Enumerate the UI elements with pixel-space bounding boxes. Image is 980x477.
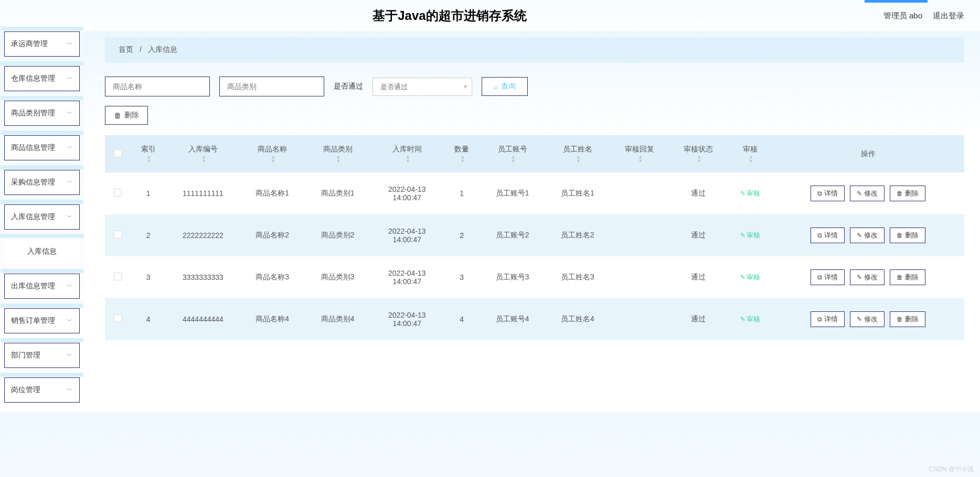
delete-button[interactable]: 🗑删除 [890, 186, 925, 201]
sidebar-item-2[interactable]: 商品类别管理﹀ [4, 101, 80, 126]
cell-time: 2022-04-13 14:00:47 [370, 172, 444, 214]
cell-emp_name: 员工姓名4 [545, 298, 610, 340]
op-label: 删除 [905, 273, 919, 282]
op-label: 修改 [864, 273, 878, 282]
edit-button[interactable]: ✎修改 [850, 269, 885, 285]
col-header-1[interactable]: 入库编号▲▼ [166, 135, 240, 172]
audit-label: 审核 [747, 273, 760, 281]
user-label[interactable]: 管理员 abo [883, 11, 922, 21]
chevron-down-icon: ﹀ [67, 144, 73, 153]
search-bar: 是否通过 ▾ ⌕ 查询 [105, 77, 964, 96]
row-checkbox[interactable] [114, 273, 122, 280]
delete-button[interactable]: 🗑删除 [890, 311, 925, 327]
search-icon: ⌕ [494, 82, 498, 91]
edit-icon: ✎ [857, 232, 862, 239]
col-header-7[interactable]: 员工姓名▲▼ [545, 135, 610, 172]
cell-code: 2222222222 [166, 214, 240, 256]
op-label: 修改 [864, 189, 878, 198]
edit-button[interactable]: ✎修改 [850, 311, 885, 327]
sidebar-item-7[interactable]: 出库信息管理﹀ [4, 274, 80, 299]
cell-time: 2022-04-13 14:00:47 [370, 298, 444, 340]
row-checkbox[interactable] [114, 315, 122, 322]
col-header-4[interactable]: 入库时间▲▼ [370, 135, 444, 172]
cell-reply [610, 256, 669, 298]
cell-emp_no: 员工账号4 [480, 298, 545, 340]
edit-icon: ✎ [857, 316, 862, 323]
bulk-delete-button[interactable]: 🗑 删除 [105, 106, 148, 125]
chevron-down-icon: ﹀ [67, 386, 73, 395]
op-label: 详情 [824, 189, 838, 198]
detail-button[interactable]: ⧉详情 [811, 269, 845, 285]
cell-status: 通过 [669, 214, 728, 256]
sidebar-item-label: 岗位管理 [11, 385, 40, 395]
col-header-0[interactable]: 索引▲▼ [130, 135, 166, 172]
sidebar-item-6[interactable]: 入库信息 [4, 239, 80, 264]
sidebar-item-label: 入库信息管理 [11, 212, 55, 222]
sidebar-item-label: 采购信息管理 [11, 178, 55, 187]
op-label: 删除 [905, 189, 919, 198]
audit-link[interactable]: ✎审核 [740, 315, 760, 323]
cell-emp_name: 员工姓名1 [545, 172, 610, 214]
col-header-label: 审核回复 [625, 145, 654, 153]
delete-button[interactable]: 🗑删除 [890, 269, 925, 285]
query-button-label: 查询 [501, 82, 516, 91]
detail-button[interactable]: ⧉详情 [811, 186, 845, 201]
cell-code: 4444444444 [166, 298, 240, 340]
select-all-checkbox[interactable] [114, 149, 122, 157]
col-header-2[interactable]: 商品名称▲▼ [240, 135, 305, 172]
col-header-label: 商品类别 [323, 145, 353, 153]
sidebar-item-1[interactable]: 仓库信息管理﹀ [4, 66, 80, 91]
cell-name: 商品名称4 [240, 298, 305, 340]
sidebar-item-8[interactable]: 销售订单管理﹀ [4, 308, 80, 333]
sidebar-item-10[interactable]: 岗位管理﹀ [4, 377, 80, 403]
row-checkbox[interactable] [114, 231, 122, 238]
product-category-input[interactable] [219, 77, 324, 96]
sidebar-item-0[interactable]: 承运商管理﹀ [4, 31, 80, 57]
edit-button[interactable]: ✎修改 [850, 186, 885, 201]
sort-icon: ▲▼ [576, 155, 581, 163]
product-name-input[interactable] [105, 77, 210, 96]
sort-icon: ▲▼ [336, 155, 341, 163]
cell-code: 3333333333 [166, 256, 240, 298]
edit-icon: ✎ [857, 190, 862, 197]
cell-status: 通过 [669, 256, 728, 298]
audit-link[interactable]: ✎审核 [740, 231, 760, 239]
query-button[interactable]: ⌕ 查询 [482, 77, 528, 96]
cell-idx: 1 [130, 172, 166, 214]
cell-code: 1111111111 [166, 172, 240, 214]
table-row: 44444444444商品名称4商品类别42022-04-13 14:00:47… [105, 298, 964, 340]
audit-link[interactable]: ✎审核 [740, 189, 760, 197]
sidebar-item-9[interactable]: 部门管理﹀ [4, 343, 80, 368]
detail-icon: ⧉ [817, 232, 822, 239]
op-label: 修改 [864, 231, 878, 240]
delete-button[interactable]: 🗑删除 [890, 227, 925, 243]
pass-filter-select[interactable] [372, 78, 472, 96]
col-header-5[interactable]: 数量▲▼ [444, 135, 480, 172]
edit-button[interactable]: ✎修改 [850, 227, 885, 243]
logout-link[interactable]: 退出登录 [933, 11, 964, 21]
sidebar-item-label: 入库信息 [27, 247, 57, 256]
chevron-down-icon: ﹀ [67, 317, 73, 326]
breadcrumb-home[interactable]: 首页 [119, 45, 133, 53]
detail-icon: ⧉ [817, 274, 822, 281]
row-checkbox[interactable] [114, 189, 122, 197]
col-header-3[interactable]: 商品类别▲▼ [305, 135, 370, 172]
sidebar-item-4[interactable]: 采购信息管理﹀ [4, 170, 80, 195]
col-header-10[interactable]: 审核▲▼ [728, 135, 772, 172]
detail-button[interactable]: ⧉详情 [811, 311, 845, 327]
sort-icon: ▲▼ [460, 155, 465, 163]
cell-reply [610, 298, 669, 340]
detail-button[interactable]: ⧉详情 [811, 227, 845, 243]
sidebar-item-3[interactable]: 商品信息管理﹀ [4, 135, 80, 160]
col-header-9[interactable]: 审核状态▲▼ [669, 135, 728, 172]
bulk-action-row: 🗑 删除 [105, 106, 964, 125]
cell-status: 通过 [669, 172, 728, 214]
cell-reply [610, 172, 669, 214]
col-header-label: 员工账号 [498, 145, 527, 153]
sort-icon: ▲▼ [511, 155, 516, 163]
col-header-8[interactable]: 审核回复▲▼ [610, 135, 669, 172]
col-header-6[interactable]: 员工账号▲▼ [480, 135, 545, 172]
sidebar-item-5[interactable]: 入库信息管理﹀ [4, 204, 80, 230]
audit-link[interactable]: ✎审核 [740, 273, 760, 281]
cell-name: 商品名称3 [240, 256, 305, 298]
